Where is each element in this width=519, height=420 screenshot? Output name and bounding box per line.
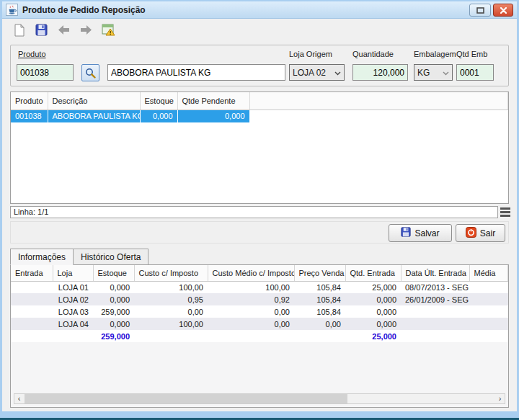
new-document-icon[interactable] — [11, 22, 27, 38]
informacoes-panel: EntradaLojaEstoqueCusto c/ ImpostoCusto … — [10, 264, 509, 408]
column-header: Estoque — [140, 92, 177, 110]
java-cup-icon — [6, 4, 18, 16]
save-icon[interactable] — [33, 22, 50, 38]
column-header: Estoque — [93, 265, 134, 281]
column-header: Qtd. Entrada — [345, 265, 401, 281]
title-bar[interactable]: Produto de Pedido Reposição — [2, 1, 517, 19]
salvar-button[interactable]: Salvar — [389, 224, 452, 242]
power-icon — [466, 227, 476, 240]
column-header: Preço Venda — [294, 265, 345, 281]
sair-button[interactable]: Sair — [456, 224, 505, 242]
column-header: Custo Médio c/ Imposto — [208, 265, 294, 281]
embalagem-label: Embalagem — [414, 50, 456, 58]
items-table-header: ProdutoDescriçãoEstoqueQtde Pendente — [11, 92, 508, 110]
info-table-row[interactable]: LOJA 03259,0000,000,00105,840,000 — [11, 305, 508, 318]
column-header: Produto — [11, 92, 48, 110]
produto-descricao-input[interactable] — [107, 64, 285, 81]
maximize-button[interactable] — [469, 4, 491, 17]
loja-origem-select[interactable]: LOJA 02 — [289, 64, 345, 81]
close-button[interactable] — [493, 4, 513, 17]
quantidade-label: Quantidade — [352, 50, 394, 58]
tab-bar: Informações Histórico Oferta — [10, 249, 148, 265]
tab-historico-oferta[interactable]: Histórico Oferta — [73, 249, 148, 265]
window-body: Produto Loja Origem LOJA 02 Quantidade E… — [2, 19, 517, 411]
window-title: Produto de Pedido Reposição — [22, 5, 146, 15]
info-table-row[interactable]: LOJA 040,000100,000,000,000,000 — [11, 318, 508, 330]
scrollbar-thumb[interactable] — [25, 394, 347, 403]
column-header: Data Últ. Entrada — [401, 265, 469, 281]
chevron-down-icon — [443, 68, 449, 78]
info-table-totals-row[interactable]: 259,00025,000 — [11, 330, 508, 342]
toolbar — [11, 22, 117, 38]
column-header: Descrição — [48, 92, 140, 110]
items-table-row[interactable]: 001038ABOBORA PAULISTA KG0,0000,000 — [11, 110, 508, 122]
qtd-emb-input[interactable] — [456, 64, 494, 81]
column-header — [249, 92, 508, 110]
window-alert-icon[interactable] — [100, 22, 117, 38]
back-arrow-icon[interactable] — [56, 22, 72, 38]
product-form-group: Produto Loja Origem LOJA 02 Quantidade E… — [10, 45, 509, 86]
column-header: Loja — [53, 265, 93, 281]
quantidade-input[interactable] — [352, 64, 408, 81]
tab-informacoes[interactable]: Informações — [10, 249, 74, 265]
column-header: Custo c/ Imposto — [134, 265, 208, 281]
qtd-emb-label: Qtd Emb — [456, 50, 487, 58]
button-panel: Salvar Sair — [10, 221, 509, 243]
items-table: ProdutoDescriçãoEstoqueQtde Pendente 001… — [10, 91, 509, 204]
product-search-button[interactable] — [81, 64, 99, 81]
loja-origem-label: Loja Origem — [289, 50, 332, 58]
window-produto-pedido-reposicao: Produto de Pedido Reposição — [0, 0, 519, 420]
embalagem-select[interactable]: KG — [414, 64, 453, 81]
embalagem-value: KG — [417, 68, 430, 78]
scroll-left-icon[interactable]: ‹ — [14, 394, 24, 403]
column-header: Média — [469, 265, 508, 281]
menu-icon[interactable] — [500, 207, 510, 218]
status-bar: Linha: 1/1 — [10, 206, 498, 218]
sair-label: Sair — [480, 228, 495, 238]
scroll-right-icon[interactable]: › — [495, 394, 505, 403]
info-table-header: EntradaLojaEstoqueCusto c/ ImpostoCusto … — [11, 265, 508, 281]
chevron-down-icon — [334, 68, 341, 78]
column-header: Entrada — [11, 265, 53, 281]
loja-origem-value: LOJA 02 — [293, 68, 326, 78]
forward-arrow-icon[interactable] — [78, 22, 94, 38]
horizontal-scrollbar[interactable]: ‹ › — [14, 393, 505, 404]
column-header: Qtde Pendente — [177, 92, 249, 110]
info-table-row[interactable]: LOJA 010,000100,00100,00105,8425,00008/0… — [11, 281, 508, 293]
save-icon — [401, 227, 411, 239]
salvar-label: Salvar — [414, 228, 439, 238]
info-table-row[interactable]: LOJA 020,0000,950,92105,840,00026/01/200… — [11, 293, 508, 305]
produto-label: Produto — [18, 50, 46, 58]
produto-code-input[interactable] — [17, 64, 74, 81]
magnifier-icon — [85, 68, 96, 79]
